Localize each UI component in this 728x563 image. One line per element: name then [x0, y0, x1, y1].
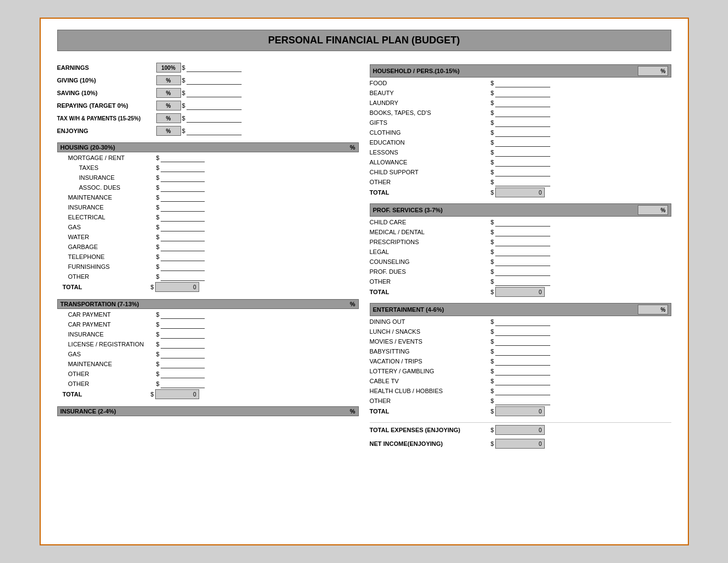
laundry-input[interactable]	[495, 98, 550, 107]
gas-label: GAS	[68, 224, 156, 230]
books-input[interactable]	[495, 108, 550, 117]
housing-taxes-row: TAXES $	[57, 163, 359, 172]
prescriptions-row: PRESCRIPTIONS $	[370, 238, 671, 246]
ent-total-label: TOTAL	[370, 408, 491, 415]
license-input[interactable]	[161, 340, 205, 349]
repaying-input[interactable]	[187, 101, 242, 110]
counseling-label: COUNSELING	[370, 258, 491, 265]
enjoying-input[interactable]	[187, 126, 242, 135]
telephone-label: TELEPHONE	[68, 253, 156, 260]
lessons-input[interactable]	[495, 148, 550, 157]
allowance-label: ALLOWANCE	[370, 159, 491, 165]
mortgage-row: MORTGAGE / RENT $	[57, 153, 359, 162]
household-other-input[interactable]	[495, 178, 550, 186]
saving-input[interactable]	[187, 89, 242, 97]
counseling-row: COUNSELING $	[370, 257, 671, 266]
prof-services-pct-box[interactable]: %	[638, 205, 668, 215]
prof-other-input[interactable]	[495, 277, 550, 286]
vacation-row: VACATION / TRIPS $	[370, 357, 671, 366]
garbage-label: GARBAGE	[68, 244, 156, 250]
housing-taxes-input[interactable]	[161, 163, 205, 172]
giving-label: GIVING (10%)	[57, 77, 156, 84]
vacation-input[interactable]	[495, 357, 550, 366]
insurance-pct: %	[350, 408, 355, 415]
cable-tv-input[interactable]	[495, 377, 550, 385]
repaying-pct[interactable]: %	[156, 101, 181, 111]
trans-total-box: 0	[155, 389, 199, 399]
household-other-row: OTHER $	[370, 178, 671, 186]
movies-input[interactable]	[495, 337, 550, 346]
tax-input[interactable]	[187, 114, 242, 123]
electrical-input[interactable]	[161, 213, 205, 222]
child-support-input[interactable]	[495, 168, 550, 176]
prescriptions-input[interactable]	[495, 238, 550, 246]
legal-input[interactable]	[495, 247, 550, 256]
prof-total-row: TOTAL $ 0	[370, 287, 671, 297]
earnings-label: EARNINGS	[57, 64, 156, 71]
enjoying-row: ENJOYING % $	[57, 125, 359, 136]
enjoying-pct[interactable]: %	[156, 126, 181, 136]
furnishings-input[interactable]	[161, 262, 205, 271]
trans-other1-input[interactable]	[161, 369, 205, 378]
housing-pct: %	[350, 144, 355, 151]
ent-other-input[interactable]	[495, 396, 550, 405]
beauty-label: BEAUTY	[370, 90, 491, 96]
beauty-input[interactable]	[495, 89, 550, 97]
earnings-pct-box[interactable]: 100%	[156, 63, 181, 73]
car-payment1-input[interactable]	[161, 310, 205, 319]
tax-pct[interactable]: %	[156, 113, 181, 123]
ent-other-row: OTHER $	[370, 396, 671, 405]
housing-ins2-input[interactable]	[161, 203, 205, 212]
health-club-input[interactable]	[495, 387, 550, 395]
total-expenses-box: 0	[495, 425, 545, 435]
trans-insurance-input[interactable]	[161, 330, 205, 339]
net-income-box: 0	[495, 439, 545, 449]
child-care-input[interactable]	[495, 218, 550, 227]
babysitting-input[interactable]	[495, 347, 550, 356]
telephone-input[interactable]	[161, 252, 205, 261]
dining-out-label: DINING OUT	[370, 318, 491, 325]
trans-other2-row: OTHER $	[57, 379, 359, 388]
food-input[interactable]	[495, 79, 550, 87]
saving-pct[interactable]: %	[156, 88, 181, 98]
giving-input[interactable]	[187, 76, 242, 85]
repaying-label: REPAYING (TARGET 0%)	[57, 102, 156, 109]
car-payment2-input[interactable]	[161, 320, 205, 329]
maintenance-input[interactable]	[161, 193, 205, 202]
trans-maintenance-input[interactable]	[161, 360, 205, 368]
trans-gas-input[interactable]	[161, 350, 205, 358]
books-row: BOOKS, TAPES, CD'S $	[370, 108, 671, 117]
clothing-input[interactable]	[495, 128, 550, 137]
water-input[interactable]	[161, 233, 205, 241]
earnings-input[interactable]	[187, 63, 242, 72]
giving-pct[interactable]: %	[156, 75, 181, 85]
garbage-input[interactable]	[161, 242, 205, 251]
main-content: EARNINGS 100% $ GIVING (10%) % $ SAVING …	[57, 62, 671, 450]
assoc-dues-input[interactable]	[161, 183, 205, 192]
net-income-label: NET INCOME(ENJOYING)	[370, 440, 491, 447]
lunch-snacks-input[interactable]	[495, 327, 550, 336]
prof-dues-input[interactable]	[495, 267, 550, 276]
trans-other2-input[interactable]	[161, 379, 205, 388]
dining-out-input[interactable]	[495, 317, 550, 326]
prof-dues-label: PROF. DUES	[370, 268, 491, 275]
housing-insurance-input[interactable]	[161, 173, 205, 182]
medical-input[interactable]	[495, 228, 550, 236]
allowance-input[interactable]	[495, 158, 550, 167]
gas-input[interactable]	[161, 223, 205, 231]
housing-insurance-label: INSURANCE	[68, 174, 156, 181]
saving-row: SAVING (10%) % $	[57, 87, 359, 98]
water-row: WATER $	[57, 233, 359, 241]
counseling-input[interactable]	[495, 257, 550, 266]
lessons-row: LESSONS $	[370, 148, 671, 157]
entertainment-pct-box[interactable]: %	[638, 305, 668, 314]
housing-insurance-row: INSURANCE $	[57, 173, 359, 182]
lottery-input[interactable]	[495, 367, 550, 376]
beauty-row: BEAUTY $	[370, 89, 671, 97]
education-input[interactable]	[495, 138, 550, 147]
housing-other-input[interactable]	[161, 272, 205, 281]
mortgage-input[interactable]	[161, 153, 205, 162]
household-pct-box[interactable]: %	[638, 66, 668, 76]
gifts-input[interactable]	[495, 118, 550, 127]
maintenance-row: MAINTENANCE $	[57, 193, 359, 202]
